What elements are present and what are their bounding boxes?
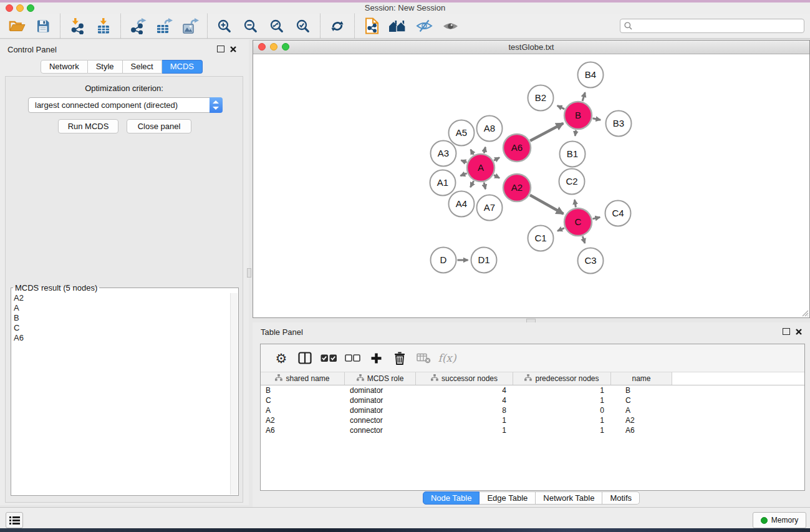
edge-B-B4[interactable] (582, 92, 585, 101)
column-header-successor-nodes[interactable]: successor nodes (416, 372, 513, 385)
table-row[interactable]: Adominator80A (261, 405, 804, 415)
float-panel-icon[interactable] (217, 46, 224, 52)
close-panel-button[interactable]: Close panel (127, 119, 191, 133)
network-canvas[interactable]: B4B2BB3A5A8A6A3B1AA1C2A2A4A7CC4C1C3DD1 (253, 54, 809, 317)
task-history-button[interactable] (6, 512, 23, 528)
graph-node-D1[interactable]: D1 (471, 248, 497, 273)
edge-A-A1[interactable] (460, 173, 466, 176)
memory-button[interactable]: Memory (753, 512, 806, 528)
edge-A6-B[interactable] (530, 123, 563, 141)
tab-mcds[interactable]: MCDS (162, 60, 203, 74)
graph-node-B3[interactable]: B3 (606, 111, 632, 137)
cell-MCDS-role[interactable]: connector (345, 425, 416, 435)
tab-network-table[interactable]: Network Table (536, 491, 602, 505)
import-table-icon[interactable] (90, 16, 117, 37)
run-mcds-button[interactable]: Run MCDS (58, 119, 118, 133)
cell-shared-name[interactable]: A6 (261, 425, 345, 435)
optimization-dropdown[interactable]: largest connected component (directed) (28, 97, 223, 113)
vertical-splitter-grip[interactable] (247, 268, 251, 278)
edge-A-A7[interactable] (484, 182, 485, 189)
mcds-result-item[interactable]: A (14, 303, 238, 313)
cell-name[interactable]: A (611, 405, 672, 415)
cell-successor-nodes[interactable]: 4 (416, 385, 513, 395)
graph-node-C3[interactable]: C3 (578, 248, 604, 274)
deselect-all-icon[interactable] (340, 347, 364, 369)
edge-B-B3[interactable] (593, 118, 601, 120)
graph-node-D[interactable]: D (431, 248, 456, 273)
close-panel-icon[interactable] (229, 46, 237, 53)
function-builder-icon[interactable]: f(x) (435, 347, 459, 369)
refresh-icon[interactable] (324, 16, 350, 37)
cell-MCDS-role[interactable]: dominator (345, 405, 416, 415)
column-header-predecessor-nodes[interactable]: predecessor nodes (513, 372, 611, 385)
tab-select[interactable]: Select (123, 60, 162, 74)
graph-node-B2[interactable]: B2 (528, 85, 554, 111)
tab-style[interactable]: Style (88, 60, 123, 74)
export-table-icon[interactable] (151, 16, 177, 37)
table-row[interactable]: Cdominator41C (261, 395, 804, 405)
export-image-icon[interactable] (177, 16, 203, 37)
cell-shared-name[interactable]: A2 (261, 415, 345, 425)
graph-node-C2[interactable]: C2 (559, 169, 585, 195)
cell-MCDS-role[interactable]: dominator (345, 385, 416, 395)
houses-icon[interactable] (385, 16, 411, 37)
select-all-icon[interactable] (317, 347, 340, 369)
window-resize-grip[interactable] (801, 309, 809, 317)
table-close-panel-icon[interactable] (795, 328, 803, 336)
mcds-result-item[interactable]: C (14, 323, 238, 333)
cell-name[interactable]: A2 (611, 415, 672, 425)
edge-C-C2[interactable] (574, 200, 576, 207)
graph-node-A6[interactable]: A6 (503, 134, 531, 162)
cell-predecessor-nodes[interactable]: 1 (513, 395, 611, 405)
tab-edge-table[interactable]: Edge Table (480, 491, 536, 505)
graph-node-A3[interactable]: A3 (431, 141, 456, 167)
edge-A-A6[interactable] (494, 157, 499, 160)
tab-network[interactable]: Network (41, 60, 88, 74)
zoom-in-icon[interactable] (211, 16, 238, 37)
tab-node-table[interactable]: Node Table (423, 491, 480, 505)
cell-successor-nodes[interactable]: 1 (416, 425, 513, 435)
cell-shared-name[interactable]: B (261, 385, 345, 395)
table-row[interactable]: A6connector11A6 (261, 425, 804, 435)
export-network-icon[interactable] (125, 16, 151, 37)
graph-node-A1[interactable]: A1 (430, 170, 456, 196)
zoom-selected-icon[interactable] (290, 16, 316, 37)
edge-A-A5[interactable] (471, 150, 474, 155)
network-graph[interactable]: B4B2BB3A5A8A6A3B1AA1C2A2A4A7CC4C1C3DD1 (253, 54, 809, 317)
document-share-icon[interactable] (359, 16, 385, 37)
cell-predecessor-nodes[interactable]: 1 (513, 385, 611, 395)
graph-node-B[interactable]: B (564, 102, 592, 129)
cell-name[interactable]: A6 (611, 425, 672, 435)
table-row[interactable]: Bdominator41B (261, 385, 804, 395)
column-header-MCDS-role[interactable]: MCDS role (345, 372, 416, 385)
cell-predecessor-nodes[interactable]: 0 (513, 405, 611, 415)
import-network-icon[interactable] (64, 16, 90, 37)
edge-C-C4[interactable] (592, 217, 600, 219)
edge-A-A3[interactable] (461, 160, 466, 162)
cell-shared-name[interactable]: C (261, 395, 345, 405)
edge-A2-C[interactable] (530, 195, 564, 214)
cell-successor-nodes[interactable]: 1 (416, 415, 513, 425)
eye-slash-icon[interactable] (411, 16, 437, 37)
cell-name[interactable]: C (611, 395, 672, 405)
cell-successor-nodes[interactable]: 4 (416, 395, 513, 405)
mcds-result-item[interactable]: B (14, 313, 238, 323)
graph-node-C[interactable]: C (564, 208, 592, 236)
cell-predecessor-nodes[interactable]: 1 (513, 415, 611, 425)
cell-name[interactable]: B (611, 385, 672, 395)
save-floppy-icon[interactable] (30, 16, 56, 37)
add-column-plus-icon[interactable] (364, 347, 388, 369)
edge-A-A2[interactable] (494, 175, 499, 178)
table-settings-gear-icon[interactable]: ⚙ (269, 347, 293, 369)
mcds-result-item[interactable]: A2 (14, 293, 238, 303)
open-folder-icon[interactable] (4, 16, 30, 37)
network-window-titlebar[interactable]: testGlobe.txt (253, 41, 809, 54)
edge-C-C1[interactable] (557, 228, 564, 231)
delete-table-icon[interactable] (412, 347, 435, 369)
edge-B-B2[interactable] (557, 105, 565, 109)
table-row[interactable]: A2connector11A2 (261, 415, 804, 425)
mcds-result-item[interactable]: A6 (14, 333, 238, 343)
tab-motifs[interactable]: Motifs (602, 491, 640, 505)
table-float-panel-icon[interactable] (783, 328, 790, 335)
graph-node-A[interactable]: A (467, 154, 494, 181)
